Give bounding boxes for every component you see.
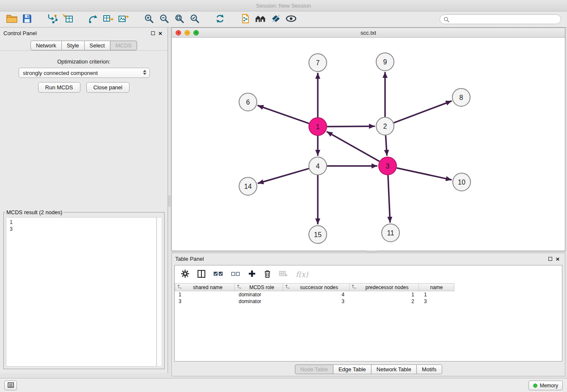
zoom-out-button[interactable] <box>157 13 172 26</box>
zoom-in-button[interactable] <box>141 13 157 26</box>
cell-mcds-role[interactable]: dominator <box>235 291 284 298</box>
mcds-result-item[interactable]: 1 <box>6 219 156 226</box>
zoom-fit-button[interactable] <box>172 13 187 26</box>
graph-node-label: 10 <box>458 179 465 186</box>
export-table-button[interactable] <box>101 13 116 26</box>
show-panels-button[interactable] <box>4 381 17 390</box>
table-settings-button[interactable] <box>181 268 190 281</box>
cell-name[interactable]: 1 <box>420 291 456 298</box>
cell-name[interactable]: 3 <box>420 298 456 305</box>
export-network-button[interactable] <box>85 13 101 26</box>
network-canvas[interactable]: 7968124314101511 <box>172 38 565 251</box>
column-header-shared-name[interactable]: shared name <box>175 283 235 291</box>
cell-shared-name[interactable]: 1 <box>175 291 235 298</box>
eye-icon <box>286 15 297 24</box>
graph-edge-3-11[interactable] <box>388 175 390 223</box>
float-icon <box>548 257 552 261</box>
birdseye-view-button[interactable] <box>253 13 268 26</box>
show-hide-details-button[interactable] <box>284 13 299 26</box>
float-table-panel-button[interactable] <box>546 255 554 262</box>
deselect-all-columns-button[interactable] <box>231 268 240 281</box>
graphics-details-button[interactable] <box>268 13 284 26</box>
table-row[interactable]: 3 dominator 3 2 3 <box>175 298 562 305</box>
export-image-button[interactable] <box>116 13 131 26</box>
tab-mcds[interactable]: MCDS <box>110 41 137 50</box>
zoom-out-icon <box>159 14 169 25</box>
show-columns-button[interactable] <box>197 268 206 281</box>
gear-icon <box>181 269 190 279</box>
run-mcds-button[interactable]: Run MCDS <box>38 82 80 93</box>
cell-successor-nodes[interactable]: 4 <box>284 291 350 298</box>
import-table-button[interactable] <box>60 13 75 26</box>
column-header-name[interactable]: name <box>418 283 454 291</box>
cell-mcds-role[interactable]: dominator <box>235 298 284 305</box>
graph-edge-3-10[interactable] <box>397 168 452 180</box>
table-panel: Table Panel × <box>171 253 565 376</box>
zoom-window-button[interactable]: + <box>193 30 199 36</box>
control-panel-tabs: Network Style Select MCDS <box>0 41 168 50</box>
zoom-selected-button[interactable] <box>187 13 202 26</box>
table-panel-tabs: Node Table Edge Table Network Table Moti… <box>295 364 442 374</box>
float-control-panel-button[interactable] <box>149 29 157 37</box>
apply-layout-button[interactable] <box>212 13 228 26</box>
result-scrollbar[interactable] <box>157 217 162 367</box>
save-session-button[interactable] <box>19 13 35 26</box>
tab-node-table[interactable]: Node Table <box>295 364 333 374</box>
tab-select[interactable]: Select <box>84 41 110 50</box>
delete-column-button[interactable] <box>264 268 271 281</box>
network-graph: 7968124314101511 <box>172 38 565 251</box>
tab-network-table[interactable]: Network Table <box>371 364 417 374</box>
cell-shared-name[interactable]: 3 <box>175 298 235 305</box>
table-panel-title: Table Panel <box>175 256 204 262</box>
combobox-stepper-icon <box>143 70 146 75</box>
close-icon: × <box>556 256 560 262</box>
table-toolbar: f(x) <box>175 265 562 283</box>
table-row[interactable]: 1 dominator 4 1 1 <box>175 291 562 298</box>
main-toolbar <box>0 11 567 28</box>
document-share-icon <box>240 14 250 25</box>
graph-node-label: 8 <box>460 94 463 101</box>
graph-node-label: 14 <box>244 183 252 190</box>
cell-predecessor-nodes[interactable]: 2 <box>350 298 420 305</box>
zoom-fit-icon <box>174 14 184 25</box>
minimize-window-button[interactable]: – <box>184 30 190 36</box>
graph-edge-4-14[interactable] <box>258 168 309 183</box>
cell-successor-nodes[interactable]: 3 <box>284 298 350 305</box>
memory-button[interactable]: Memory <box>528 381 563 390</box>
mcds-result-item[interactable]: 3 <box>6 226 156 232</box>
open-session-button[interactable] <box>4 13 19 26</box>
vertical-splitter-handle[interactable] <box>168 196 171 207</box>
cell-predecessor-nodes[interactable]: 1 <box>350 291 420 298</box>
close-control-panel-button[interactable]: × <box>157 29 164 37</box>
tab-network[interactable]: Network <box>30 41 62 50</box>
import-table-icon <box>62 14 73 25</box>
graph-edge-1-6[interactable] <box>258 105 309 124</box>
tab-style[interactable]: Style <box>61 41 85 50</box>
memory-label: Memory <box>540 383 558 389</box>
column-type-icon <box>177 284 182 290</box>
search-input[interactable] <box>440 14 561 24</box>
graph-edge-2-8[interactable] <box>394 101 452 123</box>
application-window: Session: New Session <box>0 0 567 392</box>
horizontal-splitter-handle[interactable] <box>366 251 377 252</box>
close-panel-button[interactable]: Close panel <box>86 82 130 93</box>
import-network-button[interactable] <box>45 13 60 26</box>
tab-motifs[interactable]: Motifs <box>416 364 442 374</box>
tab-edge-table[interactable]: Edge Table <box>333 364 372 374</box>
graph-edge-3-1[interactable] <box>327 132 380 161</box>
column-header-mcds-role[interactable]: MCDS role <box>234 283 283 291</box>
column-header-predecessor-nodes[interactable]: predecessor nodes <box>349 283 419 291</box>
zoom-selected-icon <box>190 14 200 25</box>
network-document-button[interactable] <box>238 13 253 26</box>
graph-node-label: 15 <box>314 231 322 238</box>
graph-edge-1-2[interactable] <box>327 126 375 127</box>
graph-edge-2-3[interactable] <box>385 135 387 156</box>
graph-node-label: 9 <box>383 58 387 66</box>
select-all-columns-button[interactable] <box>213 268 223 281</box>
column-header-successor-nodes[interactable]: successor nodes <box>283 283 350 291</box>
close-table-panel-button[interactable]: × <box>554 255 561 262</box>
close-window-button[interactable]: × <box>176 30 181 36</box>
criterion-combobox[interactable]: strongly connected component <box>19 68 150 78</box>
create-column-button[interactable] <box>248 268 256 281</box>
network-view-window: × – + scc.txt 7968124314101511 <box>171 28 565 251</box>
